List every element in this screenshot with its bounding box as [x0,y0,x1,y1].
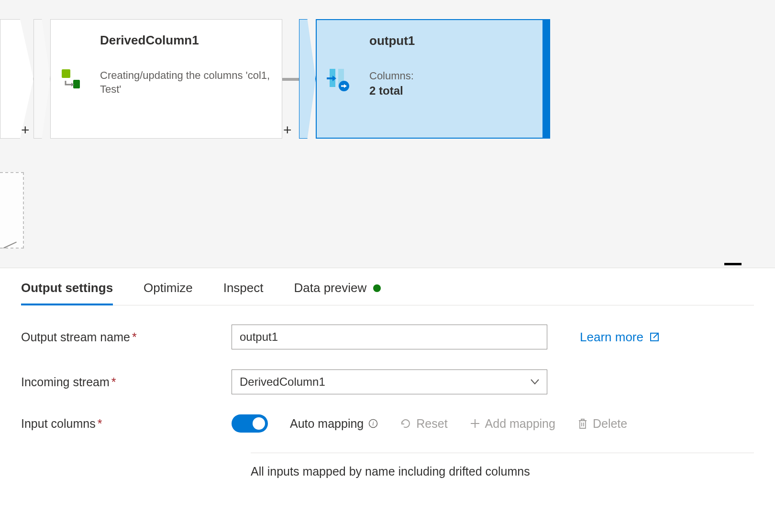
flow-connector [282,78,301,81]
derived-column-icon [59,66,84,91]
add-mapping-button[interactable]: Add mapping [470,417,555,431]
auto-mapping-label: Auto mapping i [290,417,378,431]
incoming-stream-label: Incoming stream* [21,375,232,389]
selection-indicator [546,20,549,138]
reset-button[interactable]: Reset [400,417,447,431]
output-stream-name-input[interactable] [232,325,547,349]
node-output[interactable]: output1 Columns: 2 total [316,19,550,139]
flow-canvas[interactable]: + DerivedColumn1 Cre [0,0,775,268]
auto-mapping-note: All inputs mapped by name including drif… [251,465,754,478]
input-columns-label: Input columns* [21,417,232,431]
status-dot-icon [373,284,381,292]
learn-more-link[interactable]: Learn more [580,330,660,345]
add-step-button[interactable]: + [21,122,30,138]
columns-count: 2 total [369,84,403,97]
svg-rect-0 [62,69,70,78]
node-description: Creating/updating the columns 'col1, Tes… [100,69,273,96]
tab-data-preview[interactable]: Data preview [294,268,381,305]
incoming-stream-select[interactable]: DerivedColumn1 [232,369,547,394]
columns-label: Columns: [369,70,414,82]
svg-text:i: i [373,420,374,427]
tab-bar: Output settings Optimize Inspect Data pr… [21,268,754,305]
svg-rect-1 [73,80,80,88]
reset-icon [400,418,411,429]
panel-resize-handle[interactable] [724,263,742,265]
select-value: DerivedColumn1 [240,375,325,389]
trash-icon [577,418,588,429]
info-icon[interactable]: i [368,419,378,428]
upstream-node-partial [0,19,33,139]
tab-optimize[interactable]: Optimize [144,268,193,305]
properties-panel: Output settings Optimize Inspect Data pr… [0,268,775,532]
auto-mapping-toggle[interactable] [232,414,268,433]
tab-label: Data preview [294,281,367,295]
add-step-button[interactable]: + [283,122,292,138]
delete-button[interactable]: Delete [577,417,627,431]
tab-inspect[interactable]: Inspect [223,268,264,305]
output-stream-name-label: Output stream name* [21,330,232,344]
node-title: DerivedColumn1 [100,33,273,48]
node-derived-column[interactable]: DerivedColumn1 Creating/updating the col… [50,19,282,139]
tab-output-settings[interactable]: Output settings [21,268,113,305]
node-input-chevron [299,19,316,139]
external-link-icon [649,332,660,342]
divider [251,453,754,453]
node-title: output1 [369,33,529,48]
node-input-chevron [33,19,50,139]
selection-indicator [542,20,546,138]
plus-icon [470,418,480,429]
chevron-down-icon [531,379,539,385]
link-label: Learn more [580,330,643,345]
output-sink-icon [326,66,352,92]
